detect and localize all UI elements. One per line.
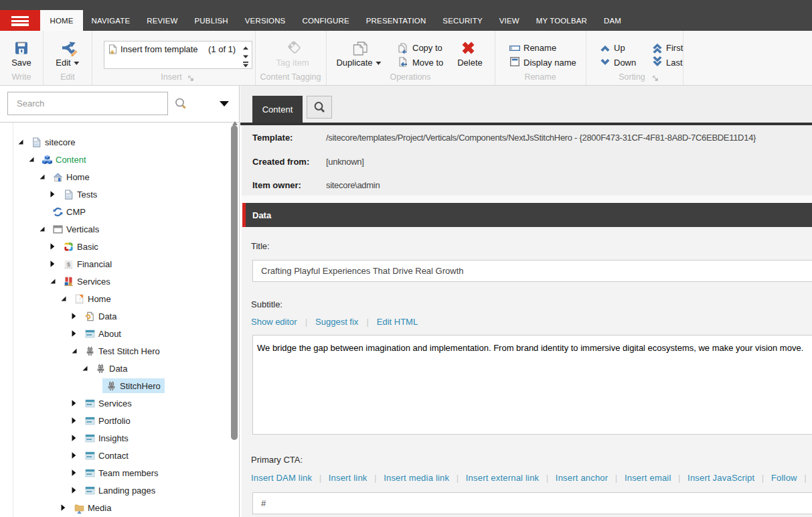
- svg-text:$: $: [67, 260, 71, 267]
